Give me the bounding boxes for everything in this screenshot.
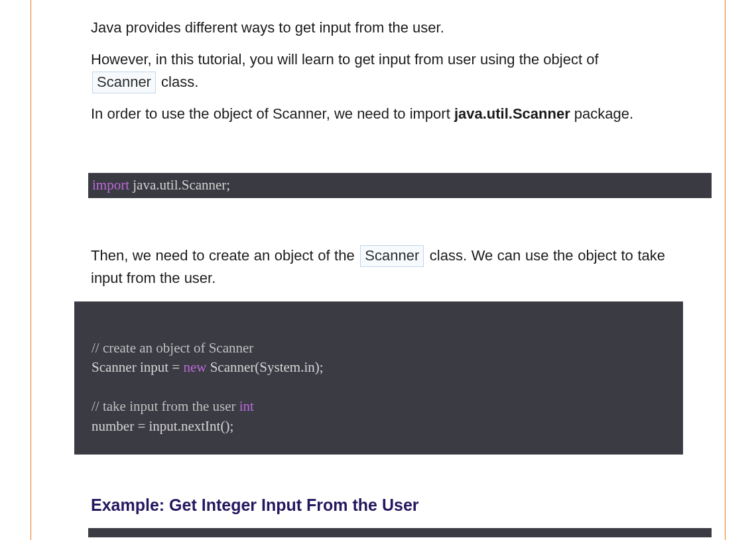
spacer xyxy=(91,198,665,244)
code-new-b: Scanner(System.in); xyxy=(206,359,323,375)
code-line-take-input: // take input from the user int xyxy=(92,397,666,416)
code-new-a: Scanner input = xyxy=(92,359,183,375)
code-import-rest: java.util.Scanner; xyxy=(129,177,230,193)
keyword-int: int xyxy=(239,398,254,414)
code-block-scanner-usage: // create an object of Scanner Scanner i… xyxy=(74,301,683,455)
code-block-import: import java.util.Scanner; xyxy=(88,173,712,197)
text-create-a: Then, we need to create an object of the xyxy=(91,247,359,264)
heading-example: Example: Get Integer Input From the User xyxy=(91,496,665,515)
code-comment-take: // take input from the user xyxy=(92,398,239,414)
code-line-new-scanner: Scanner input = new Scanner(System.in); xyxy=(92,358,666,377)
content-area: Java provides different ways to get inpu… xyxy=(31,0,725,537)
paragraph-import: In order to use the object of Scanner, w… xyxy=(91,103,665,125)
inline-code-scanner-2: Scanner xyxy=(360,245,424,267)
page-border: Java provides different ways to get inpu… xyxy=(31,0,725,540)
text-scanner-a: However, in this tutorial, you will lear… xyxy=(91,51,599,68)
text-scanner-b: class. xyxy=(157,74,198,90)
code-block-example-start xyxy=(88,528,712,537)
inline-code-scanner-1: Scanner xyxy=(92,72,156,93)
text-import-b: package. xyxy=(570,105,633,122)
paragraph-intro: Java provides different ways to get inpu… xyxy=(91,17,665,39)
text-import-a: In order to use the object of Scanner, w… xyxy=(91,105,454,122)
keyword-import: import xyxy=(92,177,129,193)
paragraph-create-object: Then, we need to create an object of the… xyxy=(91,244,665,290)
keyword-new: new xyxy=(183,359,206,375)
code-line-nextint: number = input.nextInt(); xyxy=(92,417,666,436)
text-intro: Java provides different ways to get inpu… xyxy=(91,19,444,36)
paragraph-scanner-class: However, in this tutorial, you will lear… xyxy=(91,48,665,93)
bold-package: java.util.Scanner xyxy=(454,105,570,122)
code-comment-create: // create an object of Scanner xyxy=(92,339,666,358)
code-blank-line xyxy=(92,378,666,397)
